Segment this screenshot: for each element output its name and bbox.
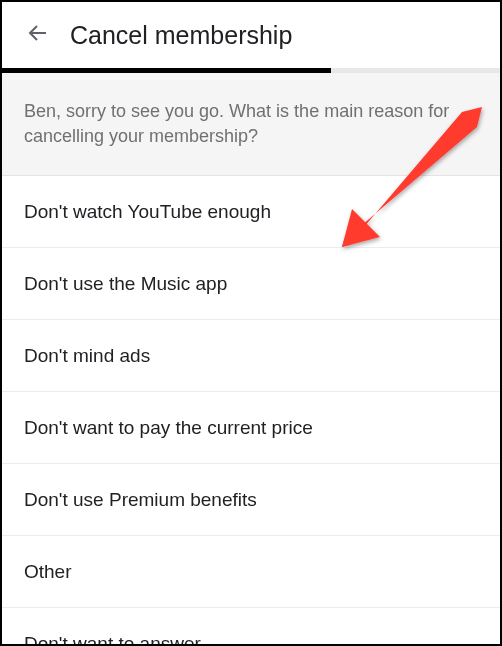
prompt-area: Ben, sorry to see you go. What is the ma… [2, 73, 500, 176]
arrow-left-icon [26, 21, 50, 49]
option-dont-want-answer[interactable]: Don't want to answer [2, 608, 500, 646]
option-label: Don't want to pay the current price [24, 417, 313, 439]
option-label: Don't watch YouTube enough [24, 201, 271, 223]
option-dont-use-music-app[interactable]: Don't use the Music app [2, 248, 500, 320]
progress-bar [2, 68, 500, 73]
header: Cancel membership [2, 2, 500, 68]
prompt-text: Ben, sorry to see you go. What is the ma… [24, 99, 478, 149]
option-label: Don't mind ads [24, 345, 150, 367]
option-dont-mind-ads[interactable]: Don't mind ads [2, 320, 500, 392]
option-label: Other [24, 561, 72, 583]
page-title: Cancel membership [70, 21, 292, 50]
options-list: Don't watch YouTube enough Don't use the… [2, 176, 500, 646]
option-label: Don't use the Music app [24, 273, 227, 295]
progress-fill [2, 68, 331, 73]
option-label: Don't want to answer [24, 633, 201, 646]
option-dont-watch-youtube[interactable]: Don't watch YouTube enough [2, 176, 500, 248]
back-button[interactable] [18, 15, 58, 55]
option-dont-want-price[interactable]: Don't want to pay the current price [2, 392, 500, 464]
option-label: Don't use Premium benefits [24, 489, 257, 511]
option-other[interactable]: Other [2, 536, 500, 608]
option-dont-use-premium[interactable]: Don't use Premium benefits [2, 464, 500, 536]
